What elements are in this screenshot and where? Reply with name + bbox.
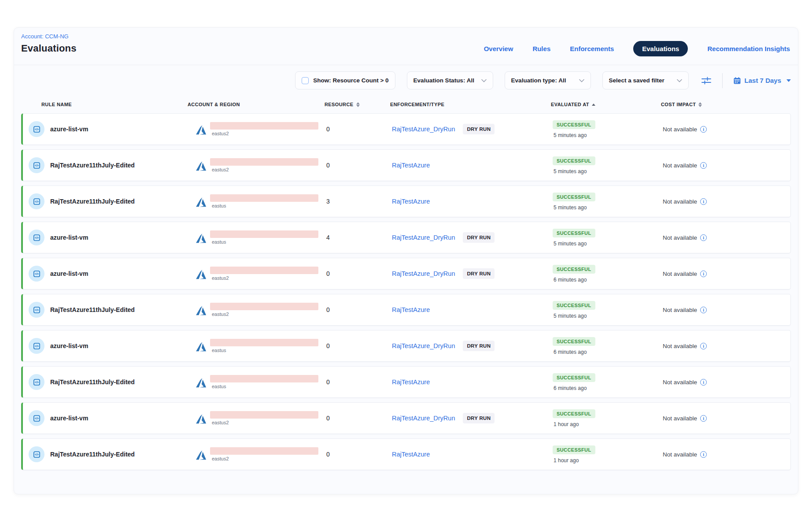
tab-recommendation-insights[interactable]: Recommendation Insights bbox=[707, 45, 790, 52]
account-block: eastus bbox=[210, 339, 318, 353]
rule-name-cell: </> RajTestAzure11thJuly-Edited bbox=[23, 302, 189, 318]
tab-enforcements[interactable]: Enforcements bbox=[570, 45, 614, 52]
cost-impact-value: Not available bbox=[663, 271, 697, 277]
enforcement-link[interactable]: RajTestAzure_DryRun bbox=[392, 270, 455, 277]
evaluation-type-dropdown[interactable]: Evaluation type: All bbox=[505, 71, 591, 89]
cost-impact-cell: Not available i bbox=[663, 307, 790, 313]
redacted-account-name bbox=[210, 303, 318, 310]
cost-impact-value: Not available bbox=[663, 234, 697, 241]
rule-icon: </> bbox=[29, 230, 44, 245]
column-header-evaluated-at[interactable]: EVALUATED AT bbox=[551, 102, 661, 107]
info-icon[interactable]: i bbox=[700, 451, 707, 458]
svg-text:</>: </> bbox=[34, 308, 38, 312]
column-header-resource[interactable]: RESOURCE bbox=[317, 102, 377, 107]
enforcement-link[interactable]: RajTestAzure_DryRun bbox=[392, 415, 455, 422]
table-row[interactable]: </> RajTestAzure11thJuly-Edited eastus2 … bbox=[21, 438, 791, 470]
info-icon[interactable]: i bbox=[700, 379, 707, 386]
evaluated-time: 5 minutes ago bbox=[553, 132, 663, 138]
region-label: eastus2 bbox=[210, 275, 318, 281]
info-icon[interactable]: i bbox=[700, 198, 707, 205]
enforcement-link[interactable]: RajTestAzure bbox=[392, 378, 430, 386]
evaluated-at-cell: SUCCESSFUL 5 minutes ago bbox=[553, 193, 663, 211]
enforcement-link[interactable]: RajTestAzure bbox=[392, 451, 430, 458]
enforcement-link[interactable]: RajTestAzure_DryRun bbox=[392, 234, 455, 241]
region-label: eastus bbox=[210, 239, 318, 245]
column-header-account-region: ACCOUNT & REGION bbox=[188, 102, 317, 107]
evaluation-status-value: Evaluation Status: All bbox=[413, 77, 474, 84]
redacted-account-name bbox=[210, 339, 318, 346]
info-icon[interactable]: i bbox=[700, 415, 707, 422]
enforcement-link[interactable]: RajTestAzure bbox=[392, 306, 430, 313]
breadcrumb[interactable]: Account: CCM-NG bbox=[21, 33, 77, 40]
dry-run-badge: DRY RUN bbox=[463, 413, 495, 423]
tab-rules[interactable]: Rules bbox=[532, 45, 550, 52]
rule-icon: </> bbox=[29, 446, 44, 462]
account-region-cell: eastus2 bbox=[189, 447, 319, 461]
title-block: Account: CCM-NG Evaluations bbox=[21, 33, 77, 54]
table-row[interactable]: </> azure-list-vm eastus 4 RajTestAzure_… bbox=[21, 222, 791, 253]
evaluation-type-value: Evaluation type: All bbox=[511, 77, 566, 84]
saved-filter-dropdown[interactable]: Select a saved filter bbox=[602, 71, 689, 89]
account-region-cell: eastus2 bbox=[189, 411, 319, 425]
evaluation-status-dropdown[interactable]: Evaluation Status: All bbox=[407, 71, 493, 89]
tab-evaluations-active[interactable]: Evaluations bbox=[633, 41, 688, 56]
rule-name-cell: </> RajTestAzure11thJuly-Edited bbox=[23, 193, 189, 209]
table-row[interactable]: </> azure-list-vm eastus 0 RajTestAzure_… bbox=[21, 330, 791, 362]
cost-impact-value: Not available bbox=[663, 126, 697, 133]
table-row[interactable]: </> azure-list-vm eastus2 0 RajTestAzure… bbox=[21, 402, 791, 434]
azure-icon bbox=[195, 377, 207, 389]
info-icon[interactable]: i bbox=[700, 343, 707, 349]
cost-impact-value: Not available bbox=[663, 198, 697, 205]
sliders-icon bbox=[701, 76, 712, 85]
sort-both-icon[interactable] bbox=[698, 102, 702, 107]
region-label: eastus2 bbox=[210, 420, 318, 425]
table-row[interactable]: </> azure-list-vm eastus2 0 RajTestAzure… bbox=[21, 258, 791, 289]
page-title: Evaluations bbox=[21, 43, 77, 54]
filter-settings-button[interactable] bbox=[701, 76, 712, 85]
info-icon[interactable]: i bbox=[700, 162, 707, 169]
tab-overview[interactable]: Overview bbox=[484, 45, 513, 52]
table-row[interactable]: </> RajTestAzure11thJuly-Edited eastus2 … bbox=[21, 149, 791, 181]
sort-asc-icon[interactable] bbox=[592, 104, 595, 106]
rule-icon: </> bbox=[29, 302, 44, 318]
status-badge: SUCCESSFUL bbox=[553, 193, 595, 201]
table-row[interactable]: </> RajTestAzure11thJuly-Edited eastus 0… bbox=[21, 366, 791, 398]
region-label: eastus2 bbox=[210, 167, 318, 172]
saved-filter-placeholder: Select a saved filter bbox=[609, 77, 664, 84]
resource-count-filter[interactable]: Show: Resource Count > 0 bbox=[295, 71, 395, 89]
enforcement-link[interactable]: RajTestAzure bbox=[392, 198, 430, 205]
rule-name: RajTestAzure11thJuly-Edited bbox=[50, 306, 135, 313]
info-icon[interactable]: i bbox=[700, 271, 707, 277]
column-header-rule-name: RULE NAME bbox=[21, 102, 188, 107]
date-range-picker[interactable]: Last 7 Days bbox=[733, 77, 791, 85]
azure-icon bbox=[195, 305, 207, 317]
table-row[interactable]: </> RajTestAzure11thJuly-Edited eastus2 … bbox=[21, 294, 791, 326]
rule-icon: </> bbox=[29, 193, 44, 209]
enforcement-link[interactable]: RajTestAzure_DryRun bbox=[392, 126, 455, 133]
status-badge: SUCCESSFUL bbox=[553, 120, 595, 129]
svg-text:</>: </> bbox=[34, 272, 38, 275]
column-header-cost-impact[interactable]: COST IMPACT bbox=[661, 102, 791, 107]
cost-impact-cell: Not available i bbox=[663, 126, 790, 133]
enforcement-cell: RajTestAzure bbox=[379, 378, 553, 386]
enforcement-cell: RajTestAzure_DryRun DRY RUN bbox=[379, 124, 553, 134]
table-row[interactable]: </> RajTestAzure11thJuly-Edited eastus 3… bbox=[21, 186, 791, 217]
cost-impact-cell: Not available i bbox=[663, 271, 790, 277]
account-region-cell: eastus2 bbox=[189, 267, 319, 281]
dry-run-badge: DRY RUN bbox=[463, 124, 495, 134]
evaluated-time: 1 hour ago bbox=[553, 457, 663, 464]
evaluated-at-cell: SUCCESSFUL 5 minutes ago bbox=[553, 120, 663, 138]
status-badge: SUCCESSFUL bbox=[553, 301, 595, 310]
account-block: eastus2 bbox=[210, 447, 318, 461]
resource-count-checkbox[interactable] bbox=[302, 77, 309, 84]
evaluations-panel: Account: CCM-NG Evaluations Overview Rul… bbox=[14, 27, 798, 494]
info-icon[interactable]: i bbox=[700, 307, 707, 313]
redacted-account-name bbox=[210, 411, 318, 419]
enforcement-link[interactable]: RajTestAzure_DryRun bbox=[392, 342, 455, 349]
sort-both-icon[interactable] bbox=[356, 102, 360, 107]
svg-text:</>: </> bbox=[34, 200, 38, 203]
info-icon[interactable]: i bbox=[700, 234, 707, 241]
table-row[interactable]: </> azure-list-vm eastus2 0 RajTestAzure… bbox=[21, 113, 791, 145]
enforcement-link[interactable]: RajTestAzure bbox=[392, 162, 430, 169]
info-icon[interactable]: i bbox=[700, 126, 707, 133]
